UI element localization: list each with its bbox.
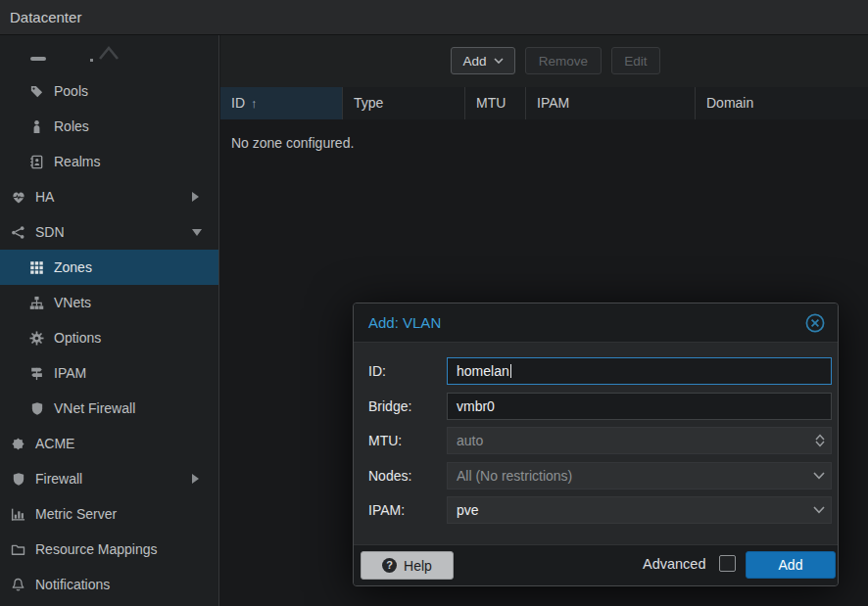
table-header: ID↑ Type MTU IPAM Domain (220, 87, 868, 119)
gear-icon (28, 331, 45, 346)
sidebar-item-label: Roles (54, 118, 89, 134)
network-icon (10, 225, 26, 240)
person-icon (28, 119, 45, 134)
id-input[interactable]: homelan (447, 357, 832, 385)
id-label: ID: (368, 357, 386, 385)
address-book-icon (28, 155, 45, 169)
sidebar-scroll-up-icon[interactable] (97, 44, 121, 62)
sidebar-item-label: Options (54, 330, 101, 346)
sort-ascending-icon: ↑ (251, 96, 258, 111)
column-header-mtu[interactable]: MTU (464, 87, 525, 119)
sidebar-item-options[interactable]: Options (0, 320, 218, 355)
field-row-mtu: MTU: auto (354, 427, 838, 454)
spinner-up-down-icon[interactable] (815, 428, 825, 453)
sidebar-item-ha[interactable]: HA (0, 179, 218, 214)
column-header-ipam[interactable]: IPAM (525, 87, 695, 119)
sidebar-item-sdn[interactable]: SDN (0, 214, 218, 250)
advanced-checkbox[interactable] (719, 555, 736, 572)
nodes-combobox[interactable]: All (No restrictions) (447, 462, 832, 489)
column-header-id[interactable]: ID↑ (220, 87, 342, 119)
close-icon[interactable] (805, 313, 825, 333)
sidebar-item-label: HA (35, 189, 54, 205)
map-signs-icon (28, 366, 45, 381)
advanced-label: Advanced (643, 556, 706, 572)
sidebar-item-label: Resource Mappings (35, 541, 158, 557)
sidebar-item-realms[interactable]: Realms (0, 144, 218, 179)
column-header-domain[interactable]: Domain (695, 87, 868, 119)
column-header-type[interactable]: Type (342, 87, 464, 119)
field-row-nodes: Nodes: All (No restrictions) (354, 462, 838, 489)
sidebar-item-ipam[interactable]: IPAM (0, 355, 218, 391)
tag-icon (28, 84, 45, 99)
sidebar-item-label: Notifications (35, 577, 110, 592)
sidebar-item-label: IPAM (54, 365, 86, 381)
bell-icon (10, 578, 26, 592)
chevron-down-icon[interactable] (813, 497, 825, 523)
add-button[interactable]: Add (451, 47, 515, 74)
dialog-footer: ? Help Advanced Add (354, 544, 838, 585)
ipam-label: IPAM: (368, 496, 405, 524)
bar-chart-icon (10, 507, 26, 522)
sidebar-item-label: Pools (54, 83, 88, 99)
chevron-down-icon[interactable] (192, 229, 202, 236)
shield-icon (10, 472, 26, 487)
text-cursor (510, 364, 511, 378)
sidebar-item-vnets[interactable]: VNets (0, 285, 218, 320)
partial-item-fragment (90, 59, 93, 62)
proxmox-app: Datacenter Pools Roles Realms HA SDN (0, 0, 868, 606)
add-vlan-dialog: Add: VLAN ID: homelan Bridge: vmbr0 MTU:… (353, 303, 839, 586)
shield-icon (28, 401, 45, 416)
sidebar-item-acme[interactable]: ACME (0, 426, 218, 461)
toolbar: Add Remove Edit (220, 35, 868, 87)
mtu-spinner[interactable]: auto (447, 427, 832, 454)
sidebar-item-label: ACME (35, 436, 74, 451)
dialog-title: Add: VLAN (368, 303, 441, 343)
sidebar-item-resource-mappings[interactable]: Resource Mappings (0, 532, 218, 567)
sidebar-item-vnet-firewall[interactable]: VNet Firewall (0, 391, 218, 426)
remove-button[interactable]: Remove (525, 47, 602, 74)
folder-icon (10, 542, 26, 557)
sidebar-item-notifications[interactable]: Notifications (0, 567, 218, 602)
ipam-combobox[interactable]: pve (447, 496, 832, 524)
sidebar-item-label: SDN (35, 224, 65, 240)
help-button[interactable]: ? Help (361, 551, 454, 580)
chevron-down-icon (494, 58, 504, 64)
sitemap-icon (28, 296, 45, 310)
sidebar-item-label: VNet Firewall (54, 400, 135, 416)
chevron-down-icon[interactable] (813, 463, 825, 489)
field-row-ipam: IPAM: pve (354, 496, 838, 524)
sidebar-item-firewall[interactable]: Firewall (0, 461, 218, 496)
page-title: Datacenter (10, 9, 81, 25)
partial-item-fragment (30, 57, 46, 61)
sidebar-item-zones[interactable]: Zones (0, 250, 218, 285)
edit-button[interactable]: Edit (611, 47, 660, 74)
sidebar-item-label: Metric Server (35, 506, 117, 522)
sidebar-item-pools[interactable]: Pools (0, 73, 218, 109)
sidebar-item-label: Realms (54, 154, 100, 169)
heartbeat-icon (10, 190, 26, 205)
sidebar-item-label: Zones (54, 259, 92, 275)
field-row-bridge: Bridge: vmbr0 (354, 393, 838, 420)
top-bar: Datacenter (0, 0, 868, 35)
sidebar-item-roles[interactable]: Roles (0, 109, 218, 144)
field-row-id: ID: homelan (354, 357, 838, 385)
sidebar-item-label: VNets (54, 295, 91, 310)
sidebar-tree: Pools Roles Realms HA SDN Zones VNets (0, 35, 219, 606)
grid-icon (28, 260, 45, 275)
table-empty-message: No zone configured. (231, 135, 354, 151)
certificate-icon (10, 437, 26, 451)
dialog-add-button[interactable]: Add (746, 551, 836, 579)
bridge-label: Bridge: (368, 393, 411, 420)
sidebar-item-metric-server[interactable]: Metric Server (0, 496, 218, 532)
sidebar-item-label: Firewall (35, 471, 82, 487)
bridge-input[interactable]: vmbr0 (447, 393, 832, 420)
chevron-right-icon[interactable] (192, 192, 199, 202)
chevron-right-icon[interactable] (192, 474, 199, 484)
nodes-label: Nodes: (368, 462, 411, 489)
dialog-header: Add: VLAN (354, 303, 838, 343)
mtu-label: MTU: (368, 427, 402, 454)
question-mark-icon: ? (382, 558, 397, 573)
